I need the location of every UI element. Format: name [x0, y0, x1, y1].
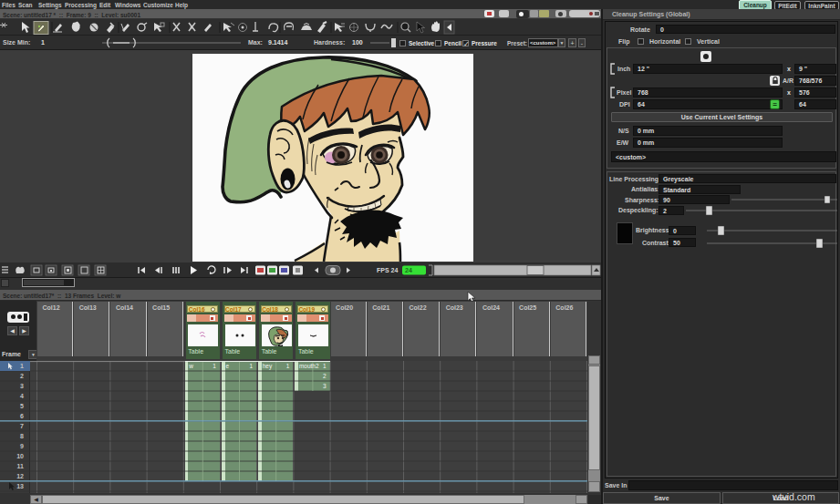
svg-text:FPS 24: FPS 24: [377, 267, 398, 273]
svg-text:24: 24: [405, 267, 412, 273]
